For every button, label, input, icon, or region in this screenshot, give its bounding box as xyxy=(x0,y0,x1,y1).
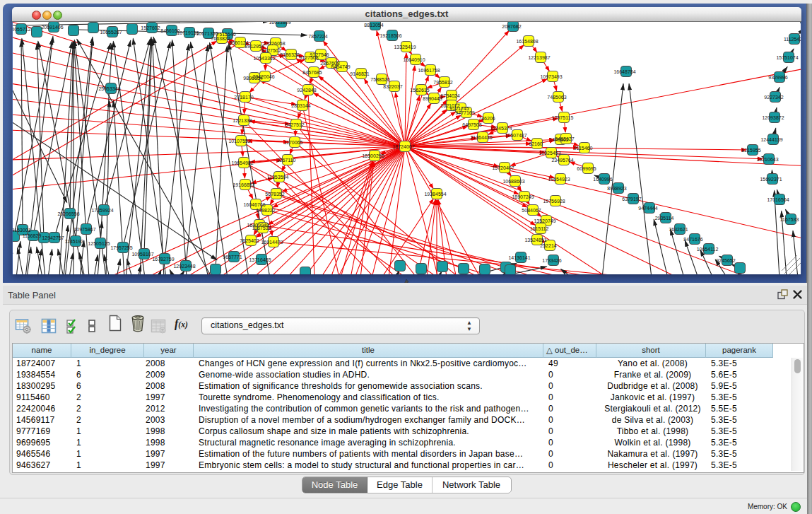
svg-text:23495764: 23495764 xyxy=(551,158,573,163)
svg-text:10025453: 10025453 xyxy=(539,151,560,156)
svg-text:25053346: 25053346 xyxy=(98,86,120,91)
svg-text:1170065: 1170065 xyxy=(284,140,303,145)
svg-text:9115460: 9115460 xyxy=(574,146,593,151)
svg-text:16154808: 16154808 xyxy=(516,39,538,44)
svg-text:12942757: 12942757 xyxy=(42,235,64,240)
svg-text:10507487: 10507487 xyxy=(505,133,526,138)
svg-text:18907249: 18907249 xyxy=(512,194,534,199)
svg-text:16033809: 16033809 xyxy=(269,22,290,25)
svg-text:9657771: 9657771 xyxy=(223,255,242,259)
svg-text:8471676: 8471676 xyxy=(683,237,702,242)
svg-text:1498222: 1498222 xyxy=(256,208,275,213)
svg-text:14055712: 14055712 xyxy=(13,27,31,32)
svg-text:21364436: 21364436 xyxy=(470,135,492,140)
svg-text:19218506: 19218506 xyxy=(379,33,401,38)
svg-text:8813054: 8813054 xyxy=(364,23,383,28)
svg-text:5678352: 5678352 xyxy=(265,192,284,197)
svg-text:1112543: 1112543 xyxy=(784,37,801,42)
svg-text:7632621: 7632621 xyxy=(669,227,688,232)
svg-text:746206: 746206 xyxy=(478,116,495,121)
svg-text:6497508: 6497508 xyxy=(462,122,481,127)
svg-text:1733426: 1733426 xyxy=(542,258,561,263)
svg-text:1167533: 1167533 xyxy=(780,217,799,222)
svg-text:2935114: 2935114 xyxy=(655,216,674,221)
svg-text:2718170: 2718170 xyxy=(234,95,253,100)
svg-text:1221338: 1221338 xyxy=(233,118,252,123)
svg-text:13245374: 13245374 xyxy=(490,126,512,131)
svg-text:12975115: 12975115 xyxy=(552,115,574,120)
svg-text:12444139: 12444139 xyxy=(760,137,782,142)
svg-text:9146821: 9146821 xyxy=(350,71,369,76)
svg-text:17016504: 17016504 xyxy=(767,197,789,202)
svg-text:1615112: 1615112 xyxy=(530,226,549,231)
svg-text:10973493: 10973493 xyxy=(540,74,562,79)
svg-text:9896654: 9896654 xyxy=(243,76,262,81)
svg-text:9463627: 9463627 xyxy=(555,136,574,141)
svg-text:13325419: 13325419 xyxy=(394,45,416,49)
svg-text:13716485: 13716485 xyxy=(249,257,271,262)
svg-text:7588520: 7588520 xyxy=(370,77,389,82)
svg-text:10975867: 10975867 xyxy=(73,227,95,232)
svg-text:18300295: 18300295 xyxy=(362,153,384,158)
svg-text:252214: 252214 xyxy=(540,243,556,248)
svg-text:19654982: 19654982 xyxy=(231,160,253,165)
svg-text:7663822: 7663822 xyxy=(211,36,230,41)
svg-text:1156829: 1156829 xyxy=(23,233,42,238)
svg-text:20206556: 20206556 xyxy=(57,211,79,216)
svg-text:8427512: 8427512 xyxy=(285,122,304,127)
svg-text:15751074: 15751074 xyxy=(776,55,798,60)
svg-text:9245652: 9245652 xyxy=(716,258,735,263)
svg-text:18724007: 18724007 xyxy=(392,144,414,149)
svg-text:8457685: 8457685 xyxy=(302,70,322,75)
svg-text:8938923: 8938923 xyxy=(607,186,626,191)
svg-text:1562615: 1562615 xyxy=(410,88,429,93)
svg-text:9127546: 9127546 xyxy=(310,52,329,57)
svg-text:16640910: 16640910 xyxy=(403,57,425,62)
svg-text:10107552: 10107552 xyxy=(228,139,250,144)
svg-text:8454749: 8454749 xyxy=(331,64,350,69)
svg-text:16648784: 16648784 xyxy=(613,69,635,74)
svg-text:9474444: 9474444 xyxy=(638,206,657,211)
svg-text:16782759: 16782759 xyxy=(152,257,174,262)
svg-text:1167533: 1167533 xyxy=(252,226,271,230)
svg-text:7485063: 7485063 xyxy=(547,95,566,100)
svg-text:10543362: 10543362 xyxy=(253,56,275,61)
svg-text:19654923: 19654923 xyxy=(548,177,570,182)
svg-text:6099695: 6099695 xyxy=(577,166,596,171)
svg-text:20691406: 20691406 xyxy=(41,25,63,30)
svg-text:17359924: 17359924 xyxy=(91,208,113,213)
svg-text:12093872: 12093872 xyxy=(762,115,784,120)
svg-text:17957255: 17957255 xyxy=(110,245,132,250)
svg-text:14136141: 14136141 xyxy=(508,255,530,260)
svg-text:8322037: 8322037 xyxy=(383,84,402,89)
svg-text:12505125: 12505125 xyxy=(88,241,110,246)
svg-text:9329996: 9329996 xyxy=(768,75,787,80)
svg-text:10654112: 10654112 xyxy=(697,247,719,252)
svg-text:2803144: 2803144 xyxy=(291,103,310,108)
svg-text:16210643: 16210643 xyxy=(756,157,778,162)
svg-text:13520749: 13520749 xyxy=(534,218,555,223)
svg-text:12923448: 12923448 xyxy=(173,264,195,269)
svg-text:19166852: 19166852 xyxy=(233,182,254,187)
svg-text:6734024: 6734024 xyxy=(440,93,459,98)
svg-text:1527602: 1527602 xyxy=(141,25,160,30)
svg-text:16046706: 16046706 xyxy=(243,202,265,207)
svg-text:23226058: 23226058 xyxy=(263,41,285,46)
svg-text:2087682: 2087682 xyxy=(502,24,521,29)
svg-text:11353594: 11353594 xyxy=(267,175,289,180)
svg-text:16914479: 16914479 xyxy=(261,240,283,245)
svg-text:16961758: 16961758 xyxy=(418,68,440,73)
svg-text:6379197: 6379197 xyxy=(622,197,641,201)
svg-text:8127502: 8127502 xyxy=(261,48,281,53)
svg-text:12213987: 12213987 xyxy=(528,55,550,60)
svg-text:7955812: 7955812 xyxy=(433,80,452,85)
svg-text:10655287: 10655287 xyxy=(100,30,122,35)
svg-text:7625402: 7625402 xyxy=(240,238,259,243)
svg-text:13524851: 13524851 xyxy=(524,238,546,243)
svg-text:62160: 62160 xyxy=(529,141,543,146)
svg-text:9227342: 9227342 xyxy=(764,95,783,100)
svg-text:9242848: 9242848 xyxy=(297,88,316,93)
svg-text:1145193: 1145193 xyxy=(65,239,84,244)
svg-text:19756928: 19756928 xyxy=(543,199,565,204)
svg-text:1640996: 1640996 xyxy=(593,177,612,182)
